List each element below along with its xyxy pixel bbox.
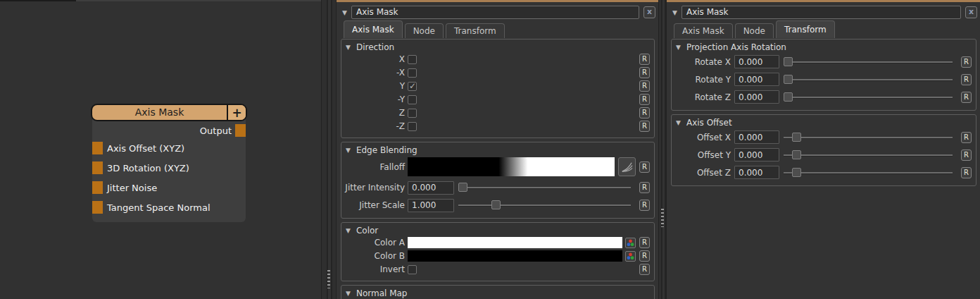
output-port-connector[interactable] xyxy=(235,124,246,137)
slider-handle[interactable] xyxy=(792,150,801,159)
panel-splitter[interactable] xyxy=(321,0,337,299)
reset-button[interactable]: R xyxy=(639,67,650,78)
splitter-grip-icon[interactable] xyxy=(327,270,330,288)
reset-button[interactable]: R xyxy=(639,94,650,105)
splitter-grip-icon[interactable] xyxy=(661,209,664,227)
color-picker-button[interactable] xyxy=(625,251,636,262)
reset-button[interactable]: R xyxy=(639,182,650,193)
direction-y-checkbox[interactable] xyxy=(408,82,417,91)
input-port-connector[interactable] xyxy=(92,161,103,174)
tab-node[interactable]: Node xyxy=(405,23,444,38)
direction-x-checkbox[interactable] xyxy=(408,55,417,64)
tab-axis-mask[interactable]: Axis Mask xyxy=(344,20,403,38)
reset-button[interactable]: R xyxy=(639,107,650,118)
group-header[interactable]: ▼ Color xyxy=(344,224,650,236)
collapse-arrow-icon[interactable]: ▼ xyxy=(346,290,351,297)
node-add-button[interactable]: + xyxy=(227,105,246,120)
reset-button[interactable]: R xyxy=(961,150,972,161)
rotate-z-slider[interactable] xyxy=(784,92,953,103)
panel-title-field[interactable]: Axis Mask xyxy=(681,6,961,19)
axis-offset-group: ▼ Axis Offset Offset X R Offset Y xyxy=(671,114,976,186)
panel-title-field[interactable]: Axis Mask xyxy=(351,6,639,19)
node-title: Axis Mask xyxy=(92,105,227,120)
offset-z-slider[interactable] xyxy=(784,167,953,178)
color-b-swatch[interactable] xyxy=(408,250,622,262)
axis-mask-node[interactable]: Axis Mask + Output Axis Offset (XYZ) 3D … xyxy=(91,104,247,222)
close-icon[interactable]: x xyxy=(965,6,977,18)
field-label: -Z xyxy=(344,121,408,131)
rotate-y-slider[interactable] xyxy=(784,74,953,85)
slider-handle[interactable] xyxy=(784,92,793,102)
rotate-x-input[interactable] xyxy=(734,55,779,68)
collapse-arrow-icon[interactable]: ▼ xyxy=(346,227,351,234)
direction-z-checkbox[interactable] xyxy=(408,109,417,118)
group-header[interactable]: ▼ Axis Offset xyxy=(674,116,972,128)
direction-neg-x-checkbox[interactable] xyxy=(408,68,417,78)
group-header[interactable]: ▼ Edge Blending xyxy=(344,144,650,156)
invert-checkbox[interactable] xyxy=(408,265,417,274)
input-port-connector[interactable] xyxy=(92,142,103,154)
slider-handle[interactable] xyxy=(792,168,801,177)
collapse-arrow-icon[interactable]: ▼ xyxy=(676,44,681,51)
reset-button[interactable]: R xyxy=(639,161,650,173)
reset-button[interactable]: R xyxy=(961,132,972,143)
offset-x-input[interactable] xyxy=(734,130,779,144)
group-title-label: Direction xyxy=(356,42,394,52)
slider-handle[interactable] xyxy=(458,183,467,192)
reset-button[interactable]: R xyxy=(961,167,972,178)
slider-handle[interactable] xyxy=(784,75,793,84)
jitter-scale-input[interactable] xyxy=(408,199,454,212)
jitter-intensity-input[interactable] xyxy=(408,181,454,195)
reset-button[interactable]: R xyxy=(961,74,972,85)
slider-handle[interactable] xyxy=(491,200,501,209)
input-port-connector[interactable] xyxy=(92,201,103,214)
node-graph-canvas[interactable]: Axis Mask + Output Axis Offset (XYZ) 3D … xyxy=(0,0,321,299)
offset-y-slider[interactable] xyxy=(784,150,953,161)
rotate-x-row: Rotate X R xyxy=(674,53,972,71)
collapse-arrow-icon[interactable]: ▼ xyxy=(346,44,351,51)
output-port-label: Output xyxy=(200,126,232,136)
color-picker-button[interactable] xyxy=(625,238,636,248)
direction-neg-z-checkbox[interactable] xyxy=(408,122,417,131)
collapse-arrow-icon[interactable]: ▼ xyxy=(346,147,351,154)
falloff-gradient-preview[interactable] xyxy=(408,157,615,176)
rotate-z-input[interactable] xyxy=(734,90,779,104)
group-header[interactable]: ▼ Normal Map xyxy=(344,287,650,299)
collapse-arrow-icon[interactable]: ▼ xyxy=(672,9,677,16)
reset-button[interactable]: R xyxy=(639,250,650,262)
tab-transform[interactable]: Transform xyxy=(776,20,835,38)
slider-handle[interactable] xyxy=(792,133,801,142)
reset-button[interactable]: R xyxy=(639,54,650,65)
collapse-arrow-icon[interactable]: ▼ xyxy=(342,9,347,16)
input-port-connector[interactable] xyxy=(92,181,103,194)
direction-neg-y-checkbox[interactable] xyxy=(408,95,417,104)
field-label: Jitter Intensity xyxy=(344,183,408,193)
tab-axis-mask[interactable]: Axis Mask xyxy=(674,23,733,38)
reset-button[interactable]: R xyxy=(639,237,650,248)
reset-button[interactable]: R xyxy=(639,264,650,275)
color-a-swatch[interactable] xyxy=(408,237,622,248)
slider-handle[interactable] xyxy=(784,57,793,66)
offset-y-input[interactable] xyxy=(734,148,779,161)
falloff-curve-editor-button[interactable] xyxy=(618,157,636,176)
panel-splitter[interactable] xyxy=(658,0,667,299)
tab-node[interactable]: Node xyxy=(735,23,774,38)
group-header[interactable]: ▼ Projection Axis Rotation xyxy=(674,41,972,53)
rotate-x-slider[interactable] xyxy=(784,56,953,68)
reset-button[interactable]: R xyxy=(961,56,972,68)
jitter-intensity-slider[interactable] xyxy=(458,182,631,193)
reset-button[interactable]: R xyxy=(639,200,650,211)
reset-button[interactable]: R xyxy=(639,121,650,132)
node-header[interactable]: Axis Mask + xyxy=(91,104,247,121)
group-header[interactable]: ▼ Direction xyxy=(344,41,650,53)
reset-button[interactable]: R xyxy=(961,92,972,103)
close-icon[interactable]: x xyxy=(643,6,655,18)
tab-transform[interactable]: Transform xyxy=(446,23,505,38)
offset-z-input[interactable] xyxy=(734,166,779,179)
rotate-y-input[interactable] xyxy=(734,73,779,86)
reset-button[interactable]: R xyxy=(639,80,650,92)
collapse-arrow-icon[interactable]: ▼ xyxy=(676,119,681,126)
panel-tabs: Axis Mask Node Transform xyxy=(337,20,658,38)
offset-x-slider[interactable] xyxy=(784,132,953,143)
jitter-scale-slider[interactable] xyxy=(458,200,631,211)
